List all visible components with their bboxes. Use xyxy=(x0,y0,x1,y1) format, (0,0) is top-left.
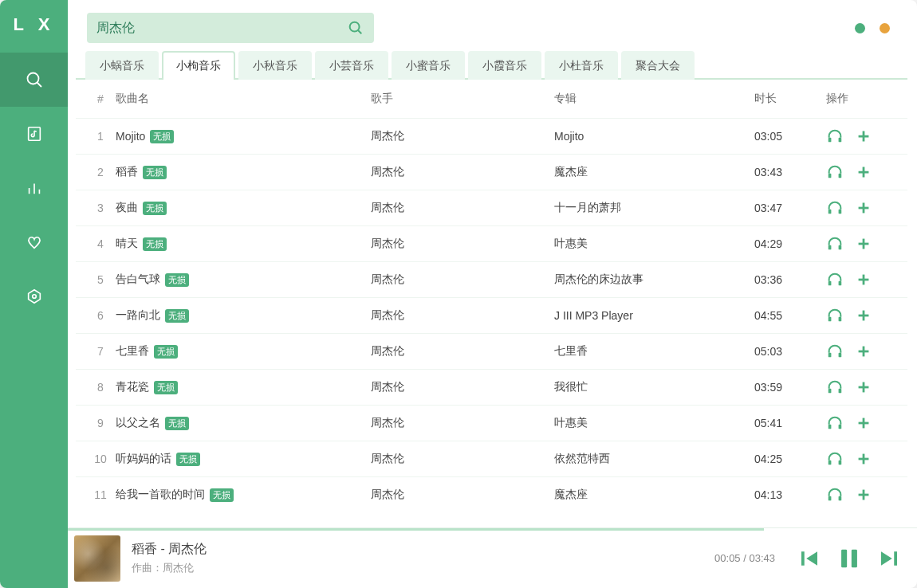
time-current: 00:05 xyxy=(714,552,741,564)
music-file-icon xyxy=(26,125,43,143)
next-button[interactable] xyxy=(877,547,901,570)
cell-duration: 04:29 xyxy=(754,237,826,250)
cell-artist: 周杰伦 xyxy=(371,237,554,251)
player-bar: 稻香 - 周杰伦 作曲：周杰伦 00:05 / 03:43 xyxy=(68,527,917,588)
svg-rect-46 xyxy=(828,461,832,465)
cell-actions xyxy=(826,271,898,288)
svg-rect-54 xyxy=(801,551,805,566)
add-button[interactable] xyxy=(855,414,872,432)
cell-duration: 04:13 xyxy=(754,488,826,501)
cell-duration: 03:47 xyxy=(754,202,826,214)
nav-settings[interactable] xyxy=(0,269,68,323)
play-button[interactable] xyxy=(826,127,844,145)
cell-duration: 05:03 xyxy=(754,345,826,358)
cell-album: 周杰伦的床边故事 xyxy=(554,272,754,287)
play-button[interactable] xyxy=(826,199,844,217)
cell-actions xyxy=(826,307,898,324)
svg-rect-55 xyxy=(841,549,847,567)
table-row[interactable]: 5告白气球无损周杰伦周杰伦的床边故事03:36 xyxy=(76,261,907,297)
cell-index: 6 xyxy=(85,309,116,322)
table-row[interactable]: 4晴天无损周杰伦叶惠美04:29 xyxy=(76,225,907,261)
source-tabs: 小蜗音乐小枸音乐小秋音乐小芸音乐小蜜音乐小霞音乐小杜音乐聚合大会 xyxy=(76,51,907,80)
svg-rect-15 xyxy=(839,174,842,178)
svg-rect-27 xyxy=(839,281,842,286)
cell-duration: 03:05 xyxy=(754,130,826,143)
close-button[interactable] xyxy=(880,23,890,33)
source-tab[interactable]: 小枸音乐 xyxy=(162,51,235,80)
cell-artist: 周杰伦 xyxy=(371,308,554,323)
source-tab[interactable]: 小蜗音乐 xyxy=(85,51,159,80)
add-button[interactable] xyxy=(855,486,872,504)
cell-index: 8 xyxy=(85,381,116,394)
table-row[interactable]: 3夜曲无损周杰伦十一月的萧邦03:47 xyxy=(76,190,907,225)
play-button[interactable] xyxy=(826,450,844,468)
table-row[interactable]: 8青花瓷无损周杰伦我很忙03:59 xyxy=(76,369,907,405)
add-button[interactable] xyxy=(855,378,872,396)
cell-name: 稻香无损 xyxy=(116,165,371,179)
source-tab[interactable]: 小霞音乐 xyxy=(468,51,541,80)
table-row[interactable]: 6一路向北无损周杰伦J III MP3 Player04:55 xyxy=(76,297,907,333)
add-button[interactable] xyxy=(855,271,872,288)
svg-rect-50 xyxy=(828,496,832,501)
play-button[interactable] xyxy=(826,307,844,324)
nav-favorites[interactable] xyxy=(0,215,68,269)
source-tab[interactable]: 小蜜音乐 xyxy=(392,51,465,80)
cell-album: 我很忙 xyxy=(554,380,754,394)
add-button[interactable] xyxy=(855,127,872,145)
svg-rect-38 xyxy=(828,389,832,394)
nav-search[interactable] xyxy=(0,53,68,107)
play-button[interactable] xyxy=(826,378,844,396)
source-tab[interactable]: 小芸音乐 xyxy=(315,51,388,80)
main-content: 小蜗音乐小枸音乐小秋音乐小芸音乐小蜜音乐小霞音乐小杜音乐聚合大会 # 歌曲名 歌… xyxy=(68,0,917,588)
pause-button[interactable] xyxy=(836,545,863,572)
prev-button[interactable] xyxy=(797,547,821,570)
nav-songlist[interactable] xyxy=(0,107,68,161)
cell-index: 1 xyxy=(85,130,116,143)
table-row[interactable]: 1Mojito无损周杰伦Mojito03:05 xyxy=(76,118,907,154)
table-row[interactable]: 7七里香无损周杰伦七里香05:03 xyxy=(76,333,907,369)
svg-point-7 xyxy=(32,295,36,299)
add-button[interactable] xyxy=(855,343,872,360)
source-tab[interactable]: 小秋音乐 xyxy=(238,51,312,80)
nav-leaderboard[interactable] xyxy=(0,161,68,215)
play-button[interactable] xyxy=(826,271,844,288)
table-row[interactable]: 2稻香无损周杰伦魔杰座03:43 xyxy=(76,154,907,190)
cell-album: Mojito xyxy=(554,130,754,143)
play-button[interactable] xyxy=(826,163,844,181)
cell-index: 9 xyxy=(85,417,116,429)
add-button[interactable] xyxy=(855,199,872,217)
playback-time: 00:05 / 03:43 xyxy=(714,552,775,564)
heart-icon xyxy=(26,233,43,251)
minimize-button[interactable] xyxy=(855,23,865,33)
svg-rect-30 xyxy=(828,317,832,322)
svg-rect-47 xyxy=(839,461,842,465)
add-button[interactable] xyxy=(855,450,872,468)
source-tab[interactable]: 小杜音乐 xyxy=(545,51,618,80)
cell-duration: 04:25 xyxy=(754,453,826,465)
play-button[interactable] xyxy=(826,486,844,504)
search-input[interactable] xyxy=(96,21,347,35)
play-button[interactable] xyxy=(826,343,844,360)
search-box[interactable] xyxy=(87,13,374,43)
cell-duration: 03:43 xyxy=(754,166,826,178)
svg-line-9 xyxy=(358,30,362,34)
search-icon[interactable] xyxy=(347,19,364,37)
add-button[interactable] xyxy=(855,235,872,253)
cell-actions xyxy=(826,235,898,253)
source-tab[interactable]: 聚合大会 xyxy=(621,51,695,80)
cell-album: 叶惠美 xyxy=(554,416,754,430)
add-button[interactable] xyxy=(855,307,872,324)
cell-artist: 周杰伦 xyxy=(371,272,554,287)
table-row[interactable]: 10听妈妈的话无损周杰伦依然范特西04:25 xyxy=(76,441,907,476)
table-row[interactable]: 9以父之名无损周杰伦叶惠美05:41 xyxy=(76,405,907,441)
add-button[interactable] xyxy=(855,163,872,181)
progress-bar[interactable] xyxy=(68,528,764,531)
cell-actions xyxy=(826,127,898,145)
album-art[interactable] xyxy=(74,535,120,582)
svg-point-0 xyxy=(27,73,38,84)
play-button[interactable] xyxy=(826,414,844,432)
play-button[interactable] xyxy=(826,235,844,253)
cell-actions xyxy=(826,343,898,360)
table-row[interactable]: 11给我一首歌的时间无损周杰伦魔杰座04:13 xyxy=(76,476,907,512)
cell-artist: 周杰伦 xyxy=(371,201,554,215)
